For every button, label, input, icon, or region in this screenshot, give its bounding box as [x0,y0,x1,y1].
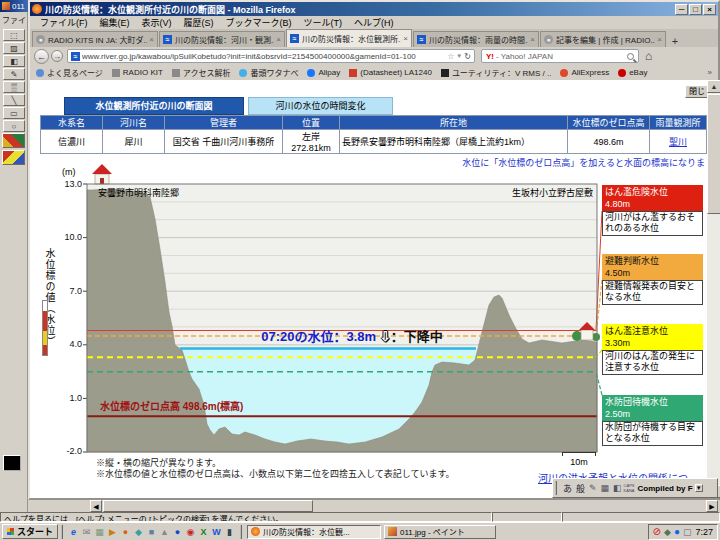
bookmarks-overflow-icon[interactable]: » [708,68,712,77]
menu-file[interactable]: ファイル(F) [34,16,94,29]
quicklaunch-word-icon[interactable]: W [210,527,223,537]
paint-tool-ellipse-icon[interactable]: ○ [3,120,25,132]
paint-palette-icon-2[interactable] [2,150,25,165]
bookmark-radio-kit[interactable]: RADIO KIT [112,68,163,77]
paint-tool-line-icon[interactable]: ╲ [3,94,25,106]
bookmark-frequent[interactable]: よく見るページ [36,67,103,78]
tab-close-icon[interactable]: × [528,35,535,44]
bookmark-twitter[interactable]: 番頭ワタナベ [239,67,298,78]
new-tab-button[interactable]: + [667,35,683,47]
scrollbar-thumb[interactable] [707,94,720,214]
page-content: 閉じる 水位観測所付近の川の断面図 河川の水位の時間変化 水系名 河川名 管理者… [30,80,707,498]
quicklaunch-book-icon[interactable]: ▮ [223,527,236,537]
home-button[interactable]: ⌂ [645,49,652,63]
tab-blog-edit[interactable]: ● 記事を編集 | 作成 | RADIO.. × [540,31,666,47]
quicklaunch-ie-icon[interactable]: e [67,527,80,537]
ime-input-mode-button[interactable]: あ [561,482,574,495]
menu-tools[interactable]: ツール(T) [298,16,349,29]
menu-history[interactable]: 履歴(S) [178,16,220,29]
search-icon[interactable] [627,53,634,60]
windows-logo-icon [7,528,14,535]
quicklaunch-app-icon[interactable]: ■ [145,527,158,537]
right-bank-label: 生坂村小立野古屋敷 [418,186,593,199]
reload-icon[interactable]: ↻ [464,52,471,61]
menu-help[interactable]: ヘルプ(H) [348,16,400,29]
paint-menu-fragment[interactable]: ファイ [2,14,26,25]
bookmark-ebay[interactable]: eBay [618,68,647,77]
table-header-row: 水系名 河川名 管理者 位置 所在地 水位標のゼロ点高 雨量観測所 [41,116,707,130]
tab-close-icon[interactable]: × [274,35,281,44]
tray-blocked-icon[interactable]: ⊘ [653,526,661,537]
quicklaunch-desktop-icon[interactable]: ▦ [93,527,106,537]
search-bar[interactable]: Y! - Yahoo! JAPAN [481,49,639,63]
minimize-button[interactable]: ─ [675,4,688,15]
menu-view[interactable]: 表示(V) [136,16,178,29]
horizontal-scrollbar[interactable]: ◀ ▶ [28,500,720,512]
ime-grip[interactable] [555,481,558,495]
tray-messenger-icon[interactable]: ● [674,526,680,537]
tab-close-icon[interactable]: × [655,35,662,44]
back-button[interactable]: ← [34,49,49,64]
view-tab-cross-section[interactable]: 水位観測所付近の川の断面図 [64,97,244,115]
bookmark-analytics[interactable]: アクセス解析 [172,67,231,78]
tab-cross-section-active[interactable]: ≈ 川の防災情報：水位観測所.. × [286,29,412,47]
quicklaunch-app3-icon[interactable]: ◉ [184,527,197,537]
ime-options-icon[interactable]: ▼ [695,484,703,492]
paint-tool-eraser-icon[interactable]: ▨ [3,42,25,54]
ime-pad-icon[interactable]: ▦ [599,483,612,493]
tab-rainfall[interactable]: ≈ 川の防災情報：雨量の時間.. × [413,31,539,47]
ime-dict-icon[interactable]: ◧ [611,483,624,493]
paint-tool-spray-icon[interactable]: ▒ [3,81,25,93]
paint-tool-select-icon[interactable]: ⬚ [3,29,25,41]
menu-bookmarks[interactable]: ブックマーク(B) [220,16,298,29]
bookmark-utility[interactable]: ユーティリティ：V RMS / .. [441,67,552,78]
close-page-button[interactable]: 閉じる [685,85,707,98]
paint-tool-pencil-icon[interactable]: ✎ [3,68,25,80]
quicklaunch-app2-icon[interactable]: ▲ [158,527,171,537]
tab-close-icon[interactable]: × [401,34,408,43]
rain-station-link[interactable]: 聖川 [650,130,707,154]
quicklaunch-mail-icon[interactable]: ✉ [80,527,93,537]
close-button[interactable]: × [703,4,716,15]
tab-close-icon[interactable]: × [147,35,154,44]
bookmark-alipay[interactable]: Alipay [307,68,340,77]
forward-button[interactable]: → [51,50,63,62]
bookmark-aliexpress[interactable]: AliExpress [560,68,609,77]
url-bar[interactable]: ≈ ☆ ▼ ↻ [67,49,475,63]
ime-pen-icon[interactable]: ✎ [587,483,599,493]
url-dropdown-icon[interactable]: ▼ [454,53,464,59]
tray-graphics-icon[interactable]: ◆ [664,527,671,537]
url-input[interactable] [82,52,447,61]
paint-tool-rect-icon[interactable]: ▭ [3,107,25,119]
quicklaunch-firefox-icon[interactable]: ● [119,527,132,537]
task-firefox-button[interactable]: 川の防災情報：水位観... [247,525,381,539]
paint-color-box[interactable] [3,455,21,471]
ime-conversion-button[interactable]: 般 [574,482,587,495]
tab-kawabou-rivers[interactable]: ≈ 川の防災情報：河川・観測.. × [159,31,285,47]
start-button[interactable]: スタート [2,524,58,539]
quicklaunch-tool-icon[interactable]: ◆ [132,527,145,537]
menu-edit[interactable]: 編集(E) [94,16,136,29]
quicklaunch-media-icon[interactable]: ▶ [106,527,119,537]
firefox-titlebar[interactable]: 川の防災情報：水位観測所付近の川の断面図 - Mozilla Firefox ─… [30,2,718,16]
falling-arrow-icon: ⇩ [380,329,391,344]
quicklaunch-globe-icon[interactable]: ● [171,527,184,537]
view-tab-time-series[interactable]: 河川の水位の時間変化 [248,97,393,115]
taskbar-clock[interactable]: 7:27 [695,527,713,537]
bookmark-datasheet[interactable]: (Datasheet) LA1240 [349,68,432,77]
hscrollbar-thumb[interactable] [103,500,313,512]
y-tick-neg2: -2.0 [58,446,82,456]
restore-button[interactable]: □ [689,4,702,15]
quicklaunch-excel-icon[interactable]: X [197,527,210,537]
vertical-scrollbar[interactable]: ▲ ▼ [707,80,720,498]
paint-palette-icon[interactable] [2,133,25,148]
yahoo-logo: Y! [486,52,494,61]
scroll-right-icon[interactable]: ▶ [706,500,718,512]
scroll-up-icon[interactable]: ▲ [707,80,720,93]
paint-tool-fill-icon[interactable]: ◧ [3,55,25,67]
tray-network-icon[interactable]: ▢ [683,527,692,537]
tab-radio-kits[interactable]: ● RADIO KITS IN JA: 大町ダ.. × [32,31,158,47]
bookmark-star-icon[interactable]: ☆ [447,52,454,61]
scroll-left-icon[interactable]: ◀ [90,500,102,512]
task-paint-button[interactable]: 011.jpg - ペイント [384,525,496,539]
